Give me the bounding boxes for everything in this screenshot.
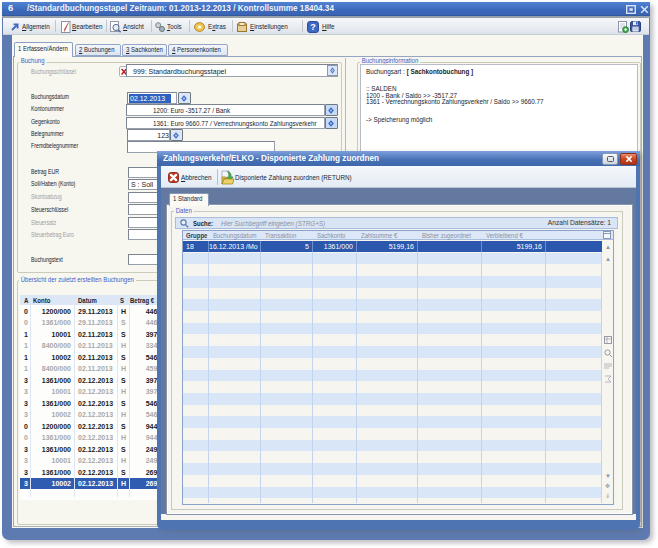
- svg-text:?: ?: [310, 22, 316, 32]
